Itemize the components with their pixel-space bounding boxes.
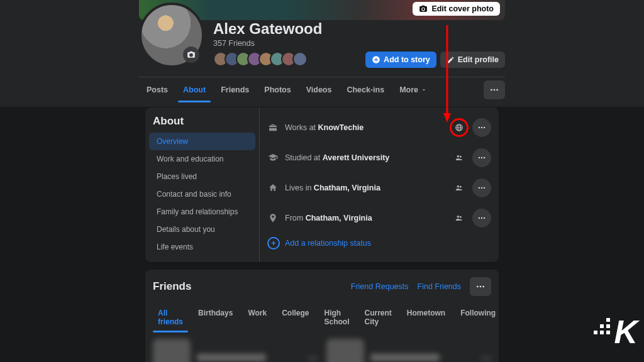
tab-posts[interactable]: Posts	[139, 77, 175, 102]
about-item-overview[interactable]: Overview	[149, 133, 255, 150]
svg-point-18	[484, 187, 485, 189]
tab-checkins[interactable]: Check-ins	[339, 77, 392, 102]
tab-videos[interactable]: Videos	[299, 77, 340, 102]
friend-list-item[interactable]: ⋯	[326, 339, 491, 362]
about-item-contact[interactable]: Contact and basic info	[149, 185, 255, 203]
friend-list-item[interactable]: ⋯	[153, 339, 318, 362]
friends-tab-college[interactable]: College	[277, 302, 314, 332]
info-row-study: Studied at Averett University	[266, 143, 492, 173]
privacy-study-button[interactable]	[450, 148, 469, 167]
location-pin-icon	[267, 212, 279, 224]
about-item-family[interactable]: Family and relationships	[149, 203, 255, 221]
about-item-details[interactable]: Details about you	[149, 221, 255, 238]
add-to-story-button[interactable]: Add to story	[365, 52, 436, 68]
svg-point-12	[481, 157, 482, 158]
svg-point-3	[491, 89, 492, 91]
graduation-cap-icon	[267, 152, 279, 163]
svg-point-4	[494, 89, 496, 91]
plus-outline-icon: +	[267, 237, 280, 250]
edit-cover-label: Edit cover photo	[431, 4, 494, 13]
info-row-lives: Lives in Chatham, Virginia	[266, 173, 492, 203]
find-friends-link[interactable]: Find Friends	[418, 282, 461, 291]
tab-about[interactable]: About	[175, 77, 213, 102]
svg-point-23	[484, 217, 485, 219]
friends-privacy-icon	[455, 153, 464, 162]
svg-point-7	[481, 127, 482, 128]
friends-section-title: Friends	[153, 280, 191, 293]
profile-name: Alex Gatewood	[213, 20, 322, 38]
friends-tab-birthdays[interactable]: Birthdays	[193, 302, 238, 332]
watermark-logo: K	[594, 313, 638, 351]
svg-point-14	[457, 185, 460, 188]
about-item-work-education[interactable]: Work and education	[149, 150, 255, 168]
friends-tab-highschool[interactable]: High School	[319, 302, 355, 332]
about-item-life-events[interactable]: Life events	[149, 238, 255, 256]
svg-point-6	[479, 127, 480, 128]
svg-point-21	[479, 217, 480, 219]
friends-tab-hometown[interactable]: Hometown	[402, 302, 450, 332]
privacy-work-button[interactable]	[450, 118, 469, 137]
friends-tab-current-city[interactable]: Current City	[360, 302, 397, 332]
more-work-button[interactable]	[472, 118, 491, 137]
about-card: About Overview Work and education Places…	[145, 107, 499, 262]
add-relationship-status-button[interactable]: + Add a relationship status	[266, 233, 492, 253]
svg-point-25	[480, 286, 482, 288]
tab-photos[interactable]: Photos	[257, 77, 298, 102]
friends-overflow-button[interactable]	[470, 277, 491, 296]
svg-point-5	[496, 89, 498, 91]
chevron-down-icon	[421, 87, 427, 93]
svg-point-9	[457, 155, 460, 158]
more-from-button[interactable]	[472, 209, 491, 228]
globe-icon	[455, 123, 464, 132]
about-title: About	[145, 115, 259, 133]
home-icon	[267, 182, 279, 194]
friends-count[interactable]: 357 Friends	[213, 39, 322, 48]
svg-point-24	[477, 286, 479, 288]
friends-card: Friends Friend Requests Find Friends All…	[145, 270, 499, 362]
friends-privacy-icon	[455, 184, 464, 192]
briefcase-icon	[267, 122, 279, 133]
friends-tab-work[interactable]: Work	[243, 302, 272, 332]
edit-cover-photo-button[interactable]: Edit cover photo	[413, 2, 500, 16]
svg-point-22	[481, 217, 482, 219]
privacy-lives-button[interactable]	[450, 178, 469, 197]
tab-more[interactable]: More	[392, 77, 435, 102]
tab-overflow-button[interactable]	[484, 80, 505, 99]
plus-circle-icon	[372, 55, 380, 64]
svg-point-19	[457, 216, 460, 218]
edit-profile-button[interactable]: Edit profile	[440, 52, 505, 68]
friends-tab-all[interactable]: All friends	[153, 302, 188, 332]
svg-point-15	[460, 186, 462, 188]
friend-avatars-row[interactable]	[213, 52, 322, 67]
friends-privacy-icon	[455, 214, 464, 222]
more-study-button[interactable]	[472, 148, 491, 167]
tab-friends[interactable]: Friends	[213, 77, 257, 102]
about-item-places-lived[interactable]: Places lived	[149, 168, 255, 185]
profile-tabbar: Posts About Friends Photos Videos Check-…	[139, 77, 505, 102]
avatar-camera-button[interactable]	[183, 47, 199, 63]
profile-header: Alex Gatewood 357 Friends Add to story E…	[139, 20, 505, 77]
svg-point-26	[482, 286, 484, 288]
pencil-icon	[447, 56, 455, 64]
info-row-work: Works at KnowTechie	[266, 112, 492, 143]
svg-point-11	[479, 157, 480, 158]
svg-point-8	[484, 127, 485, 128]
svg-point-20	[460, 216, 462, 218]
svg-point-17	[481, 187, 482, 189]
friends-tab-following[interactable]: Following	[455, 302, 501, 332]
friend-requests-link[interactable]: Friend Requests	[351, 282, 409, 291]
svg-point-13	[484, 157, 485, 158]
friend-avatar-bubble[interactable]	[292, 52, 308, 67]
profile-avatar[interactable]	[139, 3, 204, 68]
more-lives-button[interactable]	[472, 178, 491, 197]
camera-icon	[419, 4, 428, 13]
privacy-from-button[interactable]	[450, 209, 469, 228]
svg-point-16	[479, 187, 480, 189]
svg-rect-2	[374, 59, 378, 60]
info-row-from: From Chatham, Virginia	[266, 203, 492, 233]
svg-point-10	[460, 156, 462, 158]
